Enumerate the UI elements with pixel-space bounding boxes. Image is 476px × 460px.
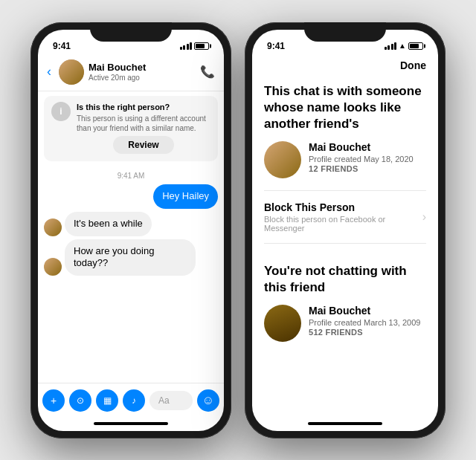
section1-title: This chat is with someone whose name loo… [264,83,426,132]
message-bubble-received-1: It's been a while [65,212,152,236]
warning-title: Is this the right person? [77,102,210,112]
done-button[interactable]: Done [400,59,426,71]
emoji-button[interactable]: ☺ [197,389,219,412]
block-info: Block This Person Block this person on F… [264,201,422,233]
profile-meta-1: Profile created May 18, 2020 [309,155,414,163]
profile-meta-2: Profile created March 13, 2009 [309,318,420,327]
message-row-1: Hey Hailey [44,184,218,209]
warning-text: Is this the right person? This person is… [77,102,210,155]
contact-status: Active 20m ago [89,74,196,82]
wifi-icon: ▲ [399,42,406,50]
phone-2: 9:41 ▲ Done [245,22,446,438]
section2-title: You're not chatting with this friend [264,263,426,296]
contact-info: Mai Bouchet Active 20m ago [89,62,196,82]
chevron-right-icon: › [422,210,426,224]
warning-banner: i Is this the right person? This person … [44,96,218,161]
detail-content: This chat is with someone whose name loo… [252,77,438,418]
signal-icon-2 [385,42,397,50]
message-bubble-sent-1: Hey Hailey [153,184,218,209]
battery-icon-2 [408,42,423,50]
status-icons-2: ▲ [385,42,423,50]
message-row-2: It's been a while [44,212,218,236]
profile-name-1: Mai Bouchet [309,141,414,153]
profile-friends-2: 512 FRIENDS [309,328,420,337]
message-avatar-3 [44,258,62,276]
section-gap [264,251,426,263]
profile-avatar-2 [264,305,301,342]
phone-1: 9:41 ‹ [30,22,231,438]
message-avatar-2 [44,218,62,236]
review-button[interactable]: Review [113,136,173,154]
block-row[interactable]: Block This Person Block this person on F… [264,198,426,236]
camera-button[interactable]: ⊙ [69,389,91,412]
home-indicator-2 [308,422,382,425]
battery-icon-1 [194,42,209,50]
messages-list: Hey Hailey It's been a while How are you… [44,184,218,276]
message-input[interactable]: Aa [149,391,193,410]
back-button[interactable]: ‹ [44,62,54,81]
status-icons-1 [180,42,210,50]
detail-header: Done [252,56,438,77]
chat-area: 9:41 AM Hey Hailey It's been a while How [38,166,224,383]
profile-friends-1: 12 FRIENDS [309,164,414,173]
chat-timestamp: 9:41 AM [44,172,218,180]
status-time-2: 9:41 [267,41,285,51]
profile-card-2: Mai Bouchet Profile created March 13, 20… [264,305,426,342]
profile-info-1: Mai Bouchet Profile created May 18, 2020… [309,141,414,173]
contact-name: Mai Bouchet [89,62,196,74]
profile-name-2: Mai Bouchet [309,305,420,317]
call-button[interactable]: 📞 [200,65,215,79]
profile-info-2: Mai Bouchet Profile created March 13, 20… [309,305,420,337]
profile-card-1: Mai Bouchet Profile created May 18, 2020… [264,141,426,178]
warning-icon: i [51,102,71,121]
block-description: Block this person on Facebook or Messeng… [264,215,422,233]
profile-avatar-1 [264,141,301,178]
input-placeholder: Aa [158,395,170,406]
signal-icon-1 [180,42,193,50]
home-indicator-1 [94,422,168,425]
divider-2 [264,243,426,244]
scene: 9:41 ‹ [0,0,476,460]
input-bar: + ⊙ ▦ ♪ Aa ☺ [38,383,224,418]
plus-button[interactable]: + [42,389,65,412]
notch-2 [304,22,386,42]
contact-avatar [59,59,84,85]
warning-description: This person is using a different account… [77,114,210,133]
block-title: Block This Person [264,201,422,213]
status-time-1: 9:41 [53,41,71,51]
notch-1 [90,22,172,42]
mic-button[interactable]: ♪ [123,389,145,412]
image-button[interactable]: ▦ [96,389,118,412]
divider-1 [264,190,426,191]
message-row-3: How are you doing today?? [44,239,218,276]
messenger-header: ‹ Mai Bouchet Active 20m ago 📞 [38,56,224,91]
message-bubble-received-2: How are you doing today?? [65,239,196,276]
